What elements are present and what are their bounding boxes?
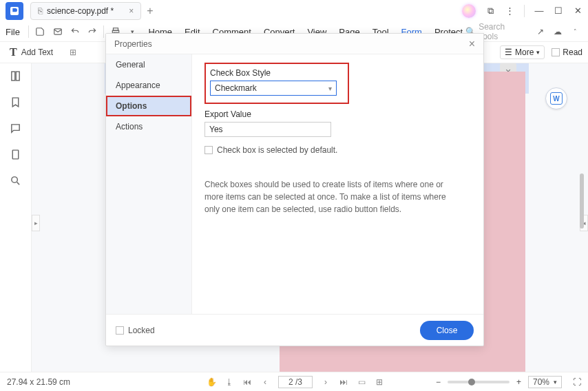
checkbox-style-value: Checkmark bbox=[215, 83, 257, 93]
zoom-controls: − + 70% ▾ ⛶ bbox=[436, 376, 581, 388]
panel-close-icon[interactable]: × bbox=[469, 38, 475, 50]
zoom-in-button[interactable]: + bbox=[516, 377, 521, 387]
panel-footer: Locked Close bbox=[106, 314, 483, 346]
panel-header: Properties × bbox=[106, 34, 483, 54]
locked-checkbox[interactable] bbox=[116, 326, 124, 335]
left-rail bbox=[0, 63, 32, 372]
read-checkbox[interactable] bbox=[552, 48, 560, 56]
svg-rect-7 bbox=[12, 150, 19, 159]
more-dropdown[interactable]: ☰ More ▾ bbox=[500, 45, 545, 59]
add-text-button[interactable]: T Add Text bbox=[6, 45, 57, 60]
chevron-up-icon[interactable]: ˄ bbox=[568, 24, 582, 39]
last-page-button[interactable]: ⏭ bbox=[339, 377, 348, 387]
close-button[interactable]: Close bbox=[420, 321, 474, 340]
panel-title: Properties bbox=[114, 39, 152, 49]
close-tab-icon[interactable]: × bbox=[129, 6, 134, 16]
hand-tool-icon[interactable]: ✋ bbox=[207, 377, 216, 387]
zoom-level-select[interactable]: 70% ▾ bbox=[528, 376, 562, 388]
default-checkbox[interactable] bbox=[204, 146, 213, 154]
tab-actions[interactable]: Actions bbox=[106, 116, 191, 137]
window-close-button[interactable]: ✕ bbox=[573, 6, 582, 16]
first-page-button[interactable]: ⏮ bbox=[242, 377, 252, 387]
file-menu[interactable]: File bbox=[6, 24, 20, 39]
locked-toggle[interactable]: Locked bbox=[116, 326, 155, 335]
read-toggle[interactable]: Read bbox=[552, 47, 582, 57]
prev-page-button[interactable]: ‹ bbox=[260, 377, 270, 387]
next-page-button[interactable]: › bbox=[321, 377, 330, 387]
minimize-button[interactable]: — bbox=[534, 6, 544, 16]
svg-point-8 bbox=[11, 177, 17, 183]
document-tab[interactable]: ⎘ science-copy.pdf * × bbox=[30, 2, 141, 20]
tab-options[interactable]: Options bbox=[106, 96, 191, 116]
cloud-icon[interactable]: ☁ bbox=[551, 24, 565, 39]
word-export-badge[interactable]: W bbox=[545, 87, 567, 109]
tab-appearance[interactable]: Appearance bbox=[106, 75, 191, 96]
page-navigator: ✋ ⭳ ⏮ ‹ 2 /3 › ⏭ ▭ ⊞ bbox=[207, 376, 384, 388]
zoom-out-button[interactable]: − bbox=[436, 377, 441, 387]
undo-icon[interactable] bbox=[67, 24, 82, 39]
chevron-down-icon: ▾ bbox=[554, 379, 557, 385]
checkbox-style-label: Check Box Style bbox=[210, 68, 344, 78]
save-icon[interactable] bbox=[33, 24, 48, 39]
fullscreen-icon[interactable]: ⛶ bbox=[573, 377, 581, 387]
hamburger-icon: ☰ bbox=[505, 47, 512, 57]
edit-object-icon[interactable]: ⊞ bbox=[70, 47, 76, 57]
page-indicator-text: 2 /3 bbox=[288, 377, 302, 387]
export-value-label: Export Value bbox=[204, 109, 471, 119]
page-indicator-input[interactable]: 2 /3 bbox=[278, 376, 313, 388]
panel-content: Check Box Style Checkmark ▾ Export Value… bbox=[192, 54, 483, 314]
fit-width-icon[interactable]: ⊞ bbox=[375, 377, 384, 387]
comment-icon[interactable] bbox=[10, 123, 22, 135]
fit-page-icon[interactable]: ▭ bbox=[357, 377, 366, 387]
app-logo bbox=[6, 2, 23, 20]
pdf-file-icon: ⎘ bbox=[38, 6, 43, 16]
tab-general[interactable]: General bbox=[106, 54, 191, 75]
page-dimensions: 27.94 x 21.59 cm bbox=[7, 377, 70, 387]
locked-label: Locked bbox=[128, 326, 155, 335]
read-label: Read bbox=[563, 47, 582, 57]
chevron-down-icon: ▾ bbox=[536, 49, 540, 56]
more-label: More bbox=[515, 47, 534, 57]
text-icon: T bbox=[10, 46, 17, 59]
help-text: Check boxes should be used to create lis… bbox=[204, 178, 452, 215]
external-link-icon[interactable]: ↗ bbox=[534, 24, 548, 39]
attachment-icon[interactable] bbox=[10, 149, 22, 161]
zoom-slider-thumb[interactable] bbox=[468, 379, 475, 385]
search-rail-icon[interactable] bbox=[10, 175, 22, 187]
maximize-button[interactable]: ☐ bbox=[554, 6, 563, 16]
search-placeholder: Search Tools bbox=[479, 22, 524, 41]
zoom-slider[interactable] bbox=[448, 381, 510, 383]
bookmark-icon[interactable] bbox=[10, 96, 22, 109]
zoom-level-text: 70% bbox=[533, 377, 549, 387]
kebab-menu-icon[interactable]: ⋮ bbox=[505, 6, 514, 16]
panel-sidebar: General Appearance Options Actions bbox=[106, 54, 192, 314]
export-value-text: Yes bbox=[209, 125, 223, 134]
title-bar: ⎘ science-copy.pdf * × + ⧉ ⋮ — ☐ ✕ bbox=[0, 0, 588, 22]
tab-title: science-copy.pdf * bbox=[47, 6, 114, 16]
checkbox-style-group: Check Box Style Checkmark ▾ bbox=[204, 63, 349, 104]
close-button-label: Close bbox=[437, 326, 458, 335]
vertical-scrollbar[interactable] bbox=[580, 173, 584, 229]
default-checkbox-row[interactable]: Check box is selected by default. bbox=[204, 145, 471, 155]
svg-rect-5 bbox=[11, 72, 14, 81]
left-expand-handle[interactable]: ▸ bbox=[32, 215, 40, 231]
default-checkbox-label: Check box is selected by default. bbox=[217, 145, 337, 155]
svg-rect-6 bbox=[16, 72, 19, 81]
redo-icon[interactable] bbox=[85, 24, 99, 39]
ai-assistant-icon[interactable] bbox=[462, 4, 476, 18]
add-text-label: Add Text bbox=[21, 47, 53, 57]
checkbox-style-select[interactable]: Checkmark ▾ bbox=[210, 81, 337, 96]
mail-icon[interactable] bbox=[50, 24, 65, 39]
chevron-down-icon: ▾ bbox=[328, 85, 332, 92]
new-tab-button[interactable]: + bbox=[147, 6, 153, 17]
share-icon[interactable]: ⧉ bbox=[485, 6, 495, 17]
status-bar: 27.94 x 21.59 cm ✋ ⭳ ⏮ ‹ 2 /3 › ⏭ ▭ ⊞ − … bbox=[0, 372, 588, 391]
properties-panel: Properties × General Appearance Options … bbox=[105, 33, 484, 346]
export-value-input[interactable]: Yes bbox=[204, 122, 331, 137]
thumbnails-icon[interactable] bbox=[10, 70, 22, 83]
select-tool-icon[interactable]: ⭳ bbox=[224, 377, 234, 387]
